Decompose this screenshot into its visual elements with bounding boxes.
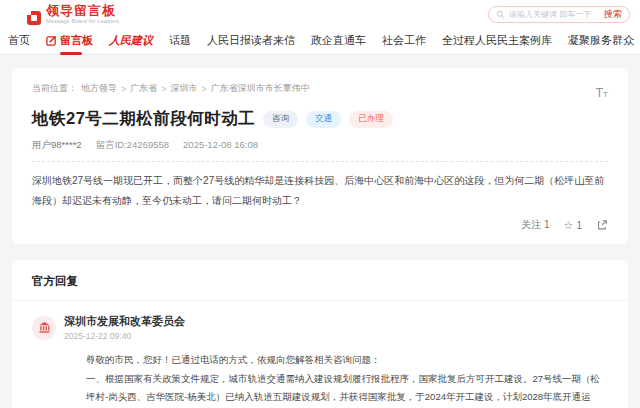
nav-item-topics[interactable]: 话题	[169, 33, 191, 48]
star-count: 1	[576, 220, 582, 231]
top-bar: 领导留言板 Message Board for Leaders 搜索	[0, 0, 640, 27]
org-avatar	[32, 316, 56, 340]
government-building-icon	[38, 321, 51, 334]
message-card: 当前位置： 地方领导 > 广东省 > 深圳市 > 广东省深圳市市长覃伟中 TT …	[12, 68, 628, 244]
nav-item-home[interactable]: 首页	[8, 33, 30, 48]
nav-item-gov-biz-express[interactable]: 政企直通车	[311, 33, 366, 48]
site-title: 领导留言板	[46, 4, 119, 17]
font-size-toggle[interactable]: TT	[596, 84, 608, 100]
tag-traffic: 交通	[306, 111, 341, 128]
search-box[interactable]: 搜索	[488, 6, 630, 23]
post-body: 深圳地铁27号线一期现已开工，而整个27号线的精华却是连接科技园、后海中心区和前…	[32, 171, 608, 210]
reply-body: 尊敬的市民，您好！已通过电话的方式，依规向您解答相关咨询问题： 一、根据国家有关…	[86, 351, 608, 408]
site-logo[interactable]: 领导留言板 Message Board for Leaders	[27, 4, 119, 25]
post-author: 用户98****2	[32, 139, 82, 152]
breadcrumb-separator: >	[121, 84, 126, 94]
active-nav-underline	[60, 52, 82, 55]
breadcrumb-guangdong[interactable]: 广东省	[130, 82, 157, 95]
search-button[interactable]: 搜索	[604, 8, 622, 21]
breadcrumb: 当前位置： 地方领导 > 广东省 > 深圳市 > 广东省深圳市市长覃伟中	[32, 82, 310, 95]
nav-item-reader-letters[interactable]: 人民日报读者来信	[207, 33, 295, 48]
reply-date: 2025-12-22 09:40	[64, 331, 185, 341]
reply-divider	[12, 300, 628, 301]
nav-item-social-work[interactable]: 社会工作	[382, 33, 426, 48]
site-subtitle: Message Board for Leaders	[46, 19, 119, 25]
message-board-icon	[46, 35, 57, 46]
nav-item-label: 留言板	[60, 33, 93, 48]
main-nav: 首页 留言板 人民建议 话题 人民日报读者来信 政企直通车 社会工作 全过程人民…	[0, 27, 640, 55]
site-logo-icon	[27, 11, 41, 25]
search-input[interactable]	[509, 10, 600, 19]
official-reply-card: 官方回复 深圳市发展和改革委员会 2025-12-22 09:40 尊敬的市民，…	[12, 260, 628, 408]
nav-item-serve-masses[interactable]: 凝聚服务群众	[568, 33, 634, 48]
breadcrumb-separator: >	[202, 84, 207, 94]
share-icon	[596, 219, 608, 231]
nav-item-peoples-suggestion[interactable]: 人民建议	[109, 33, 153, 48]
post-title: 地铁27号二期松前段何时动工	[32, 108, 255, 130]
follow-button[interactable]: 关注 1	[521, 218, 549, 232]
breadcrumb-local-leaders[interactable]: 地方领导	[81, 82, 117, 95]
reply-org-row: 深圳市发展和改革委员会 2025-12-22 09:40	[32, 314, 608, 341]
nav-item-message-board[interactable]: 留言板	[46, 33, 93, 48]
nav-item-democracy-cases[interactable]: 全过程人民民主案例库	[442, 33, 552, 48]
reply-org-name[interactable]: 深圳市发展和改革委员会	[64, 314, 185, 329]
official-reply-title: 官方回复	[32, 274, 608, 289]
post-message-id: 留言ID:24269558	[96, 139, 169, 152]
main-content: 当前位置： 地方领导 > 广东省 > 深圳市 > 广东省深圳市市长覃伟中 TT …	[0, 55, 640, 408]
font-toggle-large: T	[596, 86, 603, 100]
reply-paragraph: 尊敬的市民，您好！已通过电话的方式，依规向您解答相关咨询问题：	[86, 351, 608, 369]
reply-paragraph: 一、根据国家有关政策文件规定，城市轨道交通需纳入建设规划履行报批程序，国家批复后…	[86, 370, 608, 408]
breadcrumb-label: 当前位置：	[32, 82, 77, 95]
star-button[interactable]: ☆ 1	[564, 219, 582, 232]
breadcrumb-separator: >	[161, 84, 166, 94]
post-meta: 用户98****2 留言ID:24269558 2025-12-08 16:08	[32, 139, 608, 162]
tag-consultation: 咨询	[263, 111, 298, 128]
breadcrumb-mayor[interactable]: 广东省深圳市市长覃伟中	[211, 82, 310, 95]
star-icon: ☆	[564, 219, 574, 232]
post-date: 2025-12-08 16:08	[183, 139, 258, 152]
share-button[interactable]	[596, 219, 608, 231]
font-toggle-small: T	[603, 90, 608, 99]
breadcrumb-shenzhen[interactable]: 深圳市	[171, 82, 198, 95]
search-icon	[496, 10, 505, 19]
tag-handled-status: 已办理	[349, 111, 393, 128]
post-actions: 关注 1 ☆ 1	[32, 218, 608, 232]
